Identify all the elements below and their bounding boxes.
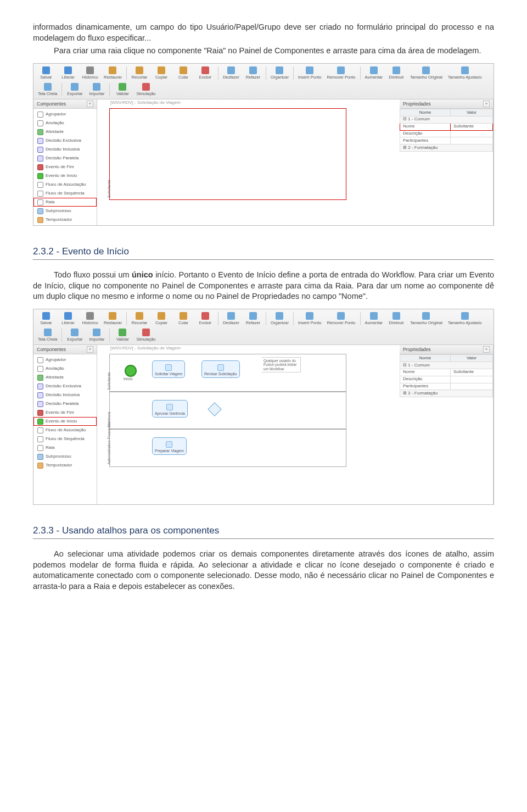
component-item-decisão-inclusiva[interactable]: Decisão Inclusiva bbox=[33, 391, 97, 399]
toolbar-btn-recortar[interactable]: Recortar bbox=[129, 311, 150, 326]
heading-232: 2.3.2 - Evento de Início bbox=[33, 246, 494, 260]
toolbar-btn-organizar[interactable]: Organizar bbox=[268, 65, 291, 81]
toolbar-btn-tamanho-original[interactable]: Tamanho Original bbox=[408, 311, 445, 326]
toolbar-btn-inserir-ponto[interactable]: Inserir Ponto bbox=[296, 311, 324, 326]
lane-gerencia[interactable]: Gerência bbox=[109, 391, 346, 430]
toolbar-btn-importar[interactable]: Importar bbox=[86, 327, 107, 343]
toolbar-btn-excluir[interactable]: Excluir bbox=[195, 65, 216, 81]
activity-aprovar[interactable]: Aprovar Gerência bbox=[152, 400, 188, 418]
salvar-icon bbox=[42, 66, 50, 74]
toolbar-btn-inserir-ponto[interactable]: Inserir Ponto bbox=[296, 65, 324, 81]
component-item-subprocesso[interactable]: Subprocesso bbox=[33, 207, 97, 215]
toolbar-btn-exportar[interactable]: Exportar bbox=[64, 327, 85, 343]
component-icon bbox=[37, 191, 43, 197]
toolbar-btn-desfazer[interactable]: Desfazer bbox=[221, 65, 242, 81]
component-item-raia[interactable]: Raia bbox=[33, 443, 97, 452]
component-icon bbox=[37, 129, 43, 135]
activity-preparar[interactable]: Preparar Viagem bbox=[152, 437, 187, 455]
component-icon bbox=[37, 454, 43, 460]
excluir-icon bbox=[201, 312, 209, 320]
toolbar-btn-liberar[interactable]: Liberar bbox=[58, 311, 79, 326]
toolbar-btn-histórico[interactable]: Histórico bbox=[80, 311, 100, 326]
toolbar-btn-aumentar[interactable]: Aumentar bbox=[363, 311, 385, 326]
toolbar-btn-remover-ponto[interactable]: Remover Ponto bbox=[324, 311, 357, 326]
annotation-note[interactable]: Qualquer usuário do Fusion poderá inicia… bbox=[262, 357, 301, 372]
toolbar-btn-tela-cheia[interactable]: Tela Cheia bbox=[36, 82, 59, 97]
toolbar-btn-copiar[interactable]: Copiar bbox=[151, 65, 172, 81]
component-icon bbox=[37, 138, 43, 144]
toolbar-btn-refazer[interactable]: Refazer bbox=[243, 311, 264, 326]
toolbar-btn-copiar[interactable]: Copiar bbox=[151, 311, 172, 326]
toolbar-btn-tela-cheia[interactable]: Tela Cheia bbox=[36, 327, 59, 343]
component-item-agrupador[interactable]: Agrupador bbox=[33, 110, 97, 119]
toolbar-btn-tamanho-ajustado[interactable]: Tamanho Ajustado bbox=[446, 65, 484, 81]
lane-solicitante[interactable]: Solicitante bbox=[109, 108, 346, 200]
toolbar-btn-tamanho-ajustado[interactable]: Tamanho Ajustado bbox=[446, 311, 484, 326]
component-item-evento-de-fim[interactable]: Evento de Fim bbox=[33, 163, 97, 171]
component-item-subprocesso[interactable]: Subprocesso bbox=[33, 452, 97, 461]
component-item-fluxo-de-associação[interactable]: Fluxo de Associação bbox=[33, 180, 97, 189]
component-item-agrupador[interactable]: Agrupador bbox=[33, 355, 97, 364]
component-item-atividade[interactable]: Atividade bbox=[33, 373, 97, 382]
collapse-icon[interactable]: « bbox=[87, 101, 93, 107]
component-item-fluxo-de-sequência[interactable]: Fluxo de Sequência bbox=[33, 435, 97, 443]
activity-revisar[interactable]: Revisar Solicitação bbox=[201, 360, 240, 378]
component-item-temporizador[interactable]: Temporizador bbox=[33, 215, 97, 224]
component-item-temporizador[interactable]: Temporizador bbox=[33, 461, 97, 470]
copiar-icon bbox=[158, 312, 165, 320]
toolbar-btn-salvar[interactable]: Salvar bbox=[36, 65, 57, 81]
toolbar-btn-diminuir[interactable]: Diminuir bbox=[386, 311, 407, 326]
toolbar-btn-salvar[interactable]: Salvar bbox=[36, 311, 57, 326]
collapse-icon[interactable]: « bbox=[87, 346, 93, 353]
component-item-atividade[interactable]: Atividade bbox=[33, 127, 97, 136]
expand-icon[interactable]: » bbox=[483, 346, 490, 353]
component-item-fluxo-de-sequência[interactable]: Fluxo de Sequência bbox=[33, 189, 97, 198]
tela-cheia-icon bbox=[44, 329, 52, 336]
toolbar-btn-histórico[interactable]: Histórico bbox=[80, 65, 100, 81]
prop-nome-row[interactable]: NomeSolicitante bbox=[400, 123, 493, 130]
toolbar-btn-simulação[interactable]: Simulação bbox=[134, 82, 158, 97]
component-item-decisão-paralela[interactable]: Decisão Paralela bbox=[33, 154, 97, 163]
toolbar-btn-restaurar[interactable]: Restaurar bbox=[102, 311, 124, 326]
toolbar-btn-importar[interactable]: Importar bbox=[86, 82, 107, 97]
screenshot-editor-2: SalvarLiberarHistóricoRestaurarRecortarC… bbox=[33, 309, 494, 505]
component-icon bbox=[37, 173, 43, 179]
component-item-decisão-exclusiva[interactable]: Decisão Exclusiva bbox=[33, 136, 97, 145]
toolbar-btn-colar[interactable]: Colar bbox=[173, 65, 194, 81]
colar-icon bbox=[180, 66, 187, 74]
editor-toolbar: SalvarLiberarHistóricoRestaurarRecortarC… bbox=[33, 309, 494, 346]
toolbar-btn-tamanho-original[interactable]: Tamanho Original bbox=[408, 65, 445, 81]
lane-admfin[interactable]: Administrativo-Financeiro bbox=[109, 429, 346, 467]
toolbar-btn-recortar[interactable]: Recortar bbox=[129, 65, 150, 81]
toolbar-btn-desfazer[interactable]: Desfazer bbox=[221, 311, 242, 326]
component-item-decisão-paralela[interactable]: Decisão Paralela bbox=[33, 399, 97, 408]
toolbar-btn-validar[interactable]: Validar bbox=[112, 82, 133, 97]
toolbar-btn-simulação[interactable]: Simulação bbox=[134, 327, 158, 343]
toolbar-btn-aumentar[interactable]: Aumentar bbox=[363, 65, 385, 81]
component-item-decisão-inclusiva[interactable]: Decisão Inclusiva bbox=[33, 145, 97, 154]
component-icon bbox=[37, 182, 43, 188]
component-item-evento-de-início[interactable]: Evento de Início bbox=[33, 417, 97, 426]
component-item-evento-de-início[interactable]: Evento de Início bbox=[33, 171, 97, 180]
toolbar-btn-exportar[interactable]: Exportar bbox=[64, 82, 85, 97]
component-item-evento-de-fim[interactable]: Evento de Fim bbox=[33, 408, 97, 417]
component-item-fluxo-de-associação[interactable]: Fluxo de Associação bbox=[33, 426, 97, 435]
component-item-anotação[interactable]: Anotação bbox=[33, 119, 97, 127]
toolbar-btn-remover-ponto[interactable]: Remover Ponto bbox=[324, 65, 357, 81]
colar-icon bbox=[180, 312, 187, 320]
component-item-raia[interactable]: Raia bbox=[33, 198, 97, 207]
toolbar-btn-restaurar[interactable]: Restaurar bbox=[102, 65, 124, 81]
toolbar-btn-validar[interactable]: Validar bbox=[112, 327, 133, 343]
component-item-anotação[interactable]: Anotação bbox=[33, 364, 97, 373]
toolbar-btn-excluir[interactable]: Excluir bbox=[195, 311, 216, 326]
expand-icon[interactable]: » bbox=[483, 101, 490, 107]
toolbar-btn-liberar[interactable]: Liberar bbox=[58, 65, 79, 81]
activity-solicitar[interactable]: Solicitar Viagem bbox=[152, 360, 185, 378]
prop-nome-row[interactable]: NomeSolicitante bbox=[400, 369, 493, 376]
toolbar-btn-diminuir[interactable]: Diminuir bbox=[386, 65, 407, 81]
toolbar-btn-organizar[interactable]: Organizar bbox=[268, 311, 291, 326]
toolbar-btn-colar[interactable]: Colar bbox=[173, 311, 194, 326]
inserir-ponto-icon bbox=[306, 66, 313, 74]
component-item-decisão-exclusiva[interactable]: Decisão Exclusiva bbox=[33, 382, 97, 391]
toolbar-btn-refazer[interactable]: Refazer bbox=[243, 65, 264, 81]
